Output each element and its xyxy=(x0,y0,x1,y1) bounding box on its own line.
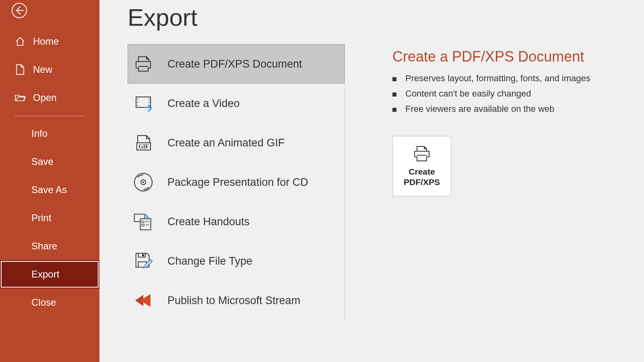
back-button[interactable] xyxy=(11,2,27,19)
sidebar-item-close[interactable]: Close xyxy=(0,288,99,317)
detail-bullet: Free viewers are available on the web xyxy=(392,101,644,117)
detail-bullets: Preserves layout, formatting, fonts, and… xyxy=(392,71,644,117)
folder-icon xyxy=(14,92,26,103)
sidebar-item-home[interactable]: Home xyxy=(0,27,99,56)
main-content: Export Create PDF/XPS Document Create a … xyxy=(99,0,644,362)
create-pdf-xps-button[interactable]: CreatePDF/XPS xyxy=(392,136,451,196)
gif-icon: GIF xyxy=(133,132,154,153)
page-title: Export xyxy=(128,0,367,30)
backstage-sidebar: Home New Open Info Save Save As Print Sh… xyxy=(0,0,99,362)
printer-icon xyxy=(412,145,431,162)
printer-icon xyxy=(133,53,154,74)
back-arrow-icon xyxy=(11,2,27,19)
sidebar-item-save[interactable]: Save xyxy=(0,148,99,176)
sidebar-item-label: Share xyxy=(31,241,57,252)
sidebar-item-label: Save xyxy=(31,156,54,167)
export-option-gif[interactable]: GIF Create an Animated GIF xyxy=(128,123,345,162)
file-icon xyxy=(14,64,26,75)
export-option-label: Create a Video xyxy=(167,97,240,110)
sidebar-item-label: New xyxy=(33,64,52,75)
stream-icon xyxy=(133,290,154,311)
export-option-label: Create an Animated GIF xyxy=(167,137,285,149)
svg-rect-19 xyxy=(142,254,144,257)
sidebar-item-label: Export xyxy=(31,269,59,280)
sidebar-item-label: Home xyxy=(33,36,59,47)
detail-pane: Create a PDF/XPS Document Preserves layo… xyxy=(367,0,644,362)
handout-icon xyxy=(133,211,154,232)
export-option-video[interactable]: Create a Video xyxy=(128,84,345,123)
export-options-list: Create PDF/XPS Document Create a Video G… xyxy=(128,44,345,320)
svg-text:GIF: GIF xyxy=(139,144,149,150)
sidebar-item-label: Print xyxy=(31,212,51,224)
sidebar-item-saveas[interactable]: Save As xyxy=(0,176,99,204)
sidebar-item-print[interactable]: Print xyxy=(0,204,99,232)
detail-bullet: Content can't be easily changed xyxy=(392,86,644,101)
export-option-label: Create Handouts xyxy=(167,216,250,228)
sidebar-item-share[interactable]: Share xyxy=(0,232,99,260)
sidebar-item-export[interactable]: Export xyxy=(0,260,99,288)
svg-point-12 xyxy=(142,181,144,183)
export-option-pdf[interactable]: Create PDF/XPS Document xyxy=(128,44,345,84)
film-icon xyxy=(133,93,154,114)
detail-title: Create a PDF/XPS Document xyxy=(392,48,644,65)
svg-point-5 xyxy=(149,99,149,99)
sidebar-divider xyxy=(14,116,85,116)
detail-bullet: Preserves layout, formatting, fonts, and… xyxy=(392,71,644,86)
button-label: CreatePDF/XPS xyxy=(404,167,440,188)
export-option-label: Package Presentation for CD xyxy=(167,176,308,189)
export-option-filetype[interactable]: Change File Type xyxy=(128,241,345,281)
home-icon xyxy=(14,36,26,47)
sidebar-item-label: Open xyxy=(33,92,57,103)
export-option-label: Change File Type xyxy=(167,255,252,267)
export-option-label: Create PDF/XPS Document xyxy=(167,58,302,70)
sidebar-item-new[interactable]: New xyxy=(0,56,99,84)
svg-point-2 xyxy=(137,99,138,99)
export-option-stream[interactable]: Publish to Microsoft Stream xyxy=(128,281,345,320)
sidebar-item-label: Save As xyxy=(31,184,67,195)
sidebar-item-info[interactable]: Info xyxy=(0,119,99,148)
svg-point-6 xyxy=(149,102,149,103)
sidebar-item-label: Info xyxy=(31,128,47,139)
export-option-cd[interactable]: Package Presentation for CD xyxy=(128,162,345,202)
svg-point-4 xyxy=(137,105,138,106)
export-option-label: Publish to Microsoft Stream xyxy=(167,294,300,307)
export-option-handouts[interactable]: Create Handouts xyxy=(128,202,345,241)
svg-point-3 xyxy=(137,102,138,103)
disc-icon xyxy=(133,172,154,193)
sidebar-item-open[interactable]: Open xyxy=(0,84,99,112)
save-pencil-icon xyxy=(133,251,154,272)
sidebar-item-label: Close xyxy=(31,297,56,308)
